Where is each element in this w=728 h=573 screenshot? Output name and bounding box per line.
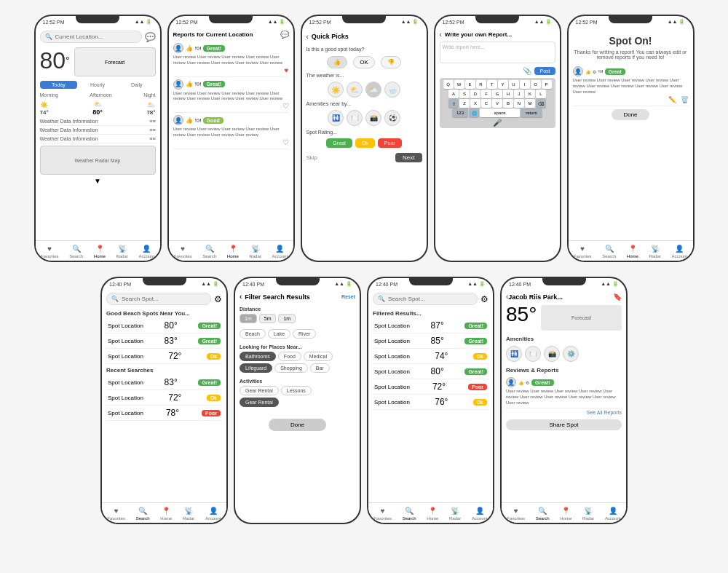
- search-bar[interactable]: 🔍 Current Location...: [40, 31, 142, 43]
- chip-gear-rental[interactable]: Gear Rental: [240, 386, 279, 395]
- amenity-restroom[interactable]: 🚻: [328, 110, 344, 126]
- amenity-camera[interactable]: 📸: [544, 346, 560, 362]
- key-H[interactable]: H: [503, 90, 513, 98]
- heart-icon-2[interactable]: ♡: [173, 102, 289, 110]
- rating-ok[interactable]: Ok: [355, 138, 375, 148]
- filtered-spot-4[interactable]: Spot Location 80° Great!: [373, 364, 488, 379]
- dist-5m[interactable]: 5m: [259, 314, 277, 323]
- nav-radar[interactable]: 📡Radar: [116, 243, 127, 258]
- weather-cloudy[interactable]: 🌥️: [365, 82, 381, 98]
- key-Q[interactable]: Q: [443, 80, 454, 89]
- filter-icon[interactable]: ⚙: [214, 294, 222, 304]
- thumbsup-btn[interactable]: 👍: [327, 56, 347, 68]
- next-btn[interactable]: Next: [395, 153, 422, 162]
- tab-today[interactable]: Today: [40, 81, 78, 89]
- reset-button[interactable]: Reset: [341, 294, 355, 299]
- key-123[interactable]: 123: [452, 108, 468, 117]
- key-M[interactable]: M: [525, 99, 535, 108]
- back-button[interactable]: ‹: [306, 33, 309, 41]
- chip-lake[interactable]: Lake: [268, 329, 290, 339]
- bookmark-icon[interactable]: 🔖: [613, 293, 622, 301]
- chip-food[interactable]: Food: [278, 352, 301, 361]
- nav-home[interactable]: 📍Home: [94, 243, 106, 258]
- key-A[interactable]: A: [448, 90, 459, 98]
- radar-map[interactable]: Weather Radar Map: [40, 146, 156, 175]
- key-S[interactable]: S: [459, 90, 470, 98]
- key-emoji[interactable]: 🌐: [469, 108, 479, 117]
- chip-lessons[interactable]: Lessons: [281, 386, 312, 395]
- key-L[interactable]: L: [536, 90, 546, 98]
- chip-gear-rental-2[interactable]: Gear Rental: [240, 398, 279, 407]
- nav-radar[interactable]: 📡Radar: [449, 505, 461, 521]
- nav-favorites[interactable]: ♥Favorites: [107, 505, 125, 521]
- nav-search[interactable]: 🔍Search: [403, 505, 416, 521]
- dist-1m[interactable]: 1m: [240, 314, 257, 323]
- nav-account[interactable]: 👤Account: [272, 243, 288, 258]
- nav-account[interactable]: 👤Account: [671, 243, 687, 258]
- key-Z[interactable]: Z: [459, 99, 470, 108]
- chip-shopping[interactable]: Shopping: [274, 363, 308, 373]
- delete-icon[interactable]: 🗑️: [681, 96, 689, 103]
- key-E[interactable]: E: [465, 80, 475, 89]
- nav-home[interactable]: 📍Home: [160, 505, 172, 521]
- filter-icon[interactable]: ⚙: [480, 294, 488, 304]
- tab-hourly[interactable]: Hourly: [79, 81, 116, 89]
- nav-search[interactable]: 🔍Search: [69, 243, 83, 258]
- nav-account[interactable]: 👤Account: [138, 243, 154, 258]
- ok-btn[interactable]: OK: [353, 56, 375, 68]
- key-I[interactable]: I: [520, 80, 530, 89]
- chip-beach[interactable]: Beach: [240, 329, 266, 339]
- done-button[interactable]: Done: [612, 109, 649, 120]
- thumbsdown-btn[interactable]: 👎: [381, 56, 401, 68]
- key-J[interactable]: J: [514, 90, 524, 98]
- filtered-spot-6[interactable]: Spot Location 76° Ok: [373, 395, 488, 410]
- nav-favorites[interactable]: ♥Favorites: [373, 505, 392, 521]
- key-backspace[interactable]: ⌫: [536, 99, 546, 108]
- nav-radar[interactable]: 📡Radar: [183, 505, 194, 521]
- mic-icon[interactable]: 🎤: [493, 119, 502, 127]
- nav-home[interactable]: 📍Home: [427, 505, 438, 521]
- amenity-restroom[interactable]: 🚻: [506, 346, 522, 362]
- search-bar[interactable]: 🔍 Search Spot...: [373, 293, 478, 305]
- filtered-spot-1[interactable]: Spot Location 87° Great!: [373, 318, 488, 333]
- see-all-reports[interactable]: See All Reports: [506, 410, 622, 415]
- key-O[interactable]: O: [531, 80, 541, 89]
- key-N[interactable]: N: [514, 99, 524, 108]
- dist-1m-2[interactable]: 1m: [278, 314, 296, 323]
- chip-river[interactable]: River: [293, 329, 316, 339]
- nav-radar[interactable]: 📡Radar: [249, 243, 261, 258]
- nav-account[interactable]: 👤Account: [605, 505, 621, 521]
- filtered-spot-2[interactable]: Spot Location 85° Great!: [373, 333, 488, 349]
- key-G[interactable]: G: [492, 90, 502, 98]
- key-D[interactable]: D: [470, 90, 480, 98]
- skip-btn[interactable]: Skip: [306, 154, 318, 161]
- amenity-food[interactable]: 🍽️: [525, 346, 541, 362]
- attachment-icon[interactable]: 📎: [523, 67, 531, 75]
- filtered-spot-3[interactable]: Spot Location 74° Ok: [373, 349, 488, 364]
- key-X[interactable]: X: [470, 99, 480, 108]
- key-U[interactable]: U: [509, 80, 519, 89]
- key-V[interactable]: V: [492, 99, 502, 108]
- search-bar[interactable]: 🔍 Search Spot...: [106, 293, 211, 305]
- amenity-sports[interactable]: ⚽: [384, 110, 400, 126]
- back-button[interactable]: ‹: [440, 31, 442, 39]
- key-Y[interactable]: Y: [498, 80, 508, 89]
- nav-account[interactable]: 👤Account: [472, 505, 488, 521]
- filtered-spot-5[interactable]: Spot Location 72° Poor: [373, 379, 488, 395]
- weather-rainy[interactable]: 🌧️: [384, 82, 400, 98]
- nav-favorites[interactable]: ♥Favorites: [574, 243, 592, 258]
- rating-great[interactable]: Great: [326, 138, 352, 148]
- key-return[interactable]: return: [521, 108, 542, 117]
- key-C[interactable]: C: [481, 99, 491, 108]
- key-P[interactable]: P: [542, 80, 552, 89]
- key-shift[interactable]: ⇧: [448, 99, 459, 108]
- chip-medical[interactable]: Medical: [304, 352, 333, 361]
- tab-daily[interactable]: Daily: [118, 81, 156, 89]
- nav-favorites[interactable]: ♥Favorites: [41, 243, 59, 258]
- share-button[interactable]: Share Spot: [506, 419, 622, 430]
- weather-sunny[interactable]: ☀️: [328, 82, 344, 98]
- amenity-camera[interactable]: 📸: [365, 110, 381, 126]
- key-space[interactable]: space: [480, 108, 520, 117]
- edit-icon[interactable]: ✏️: [668, 96, 676, 103]
- key-F[interactable]: F: [481, 90, 491, 98]
